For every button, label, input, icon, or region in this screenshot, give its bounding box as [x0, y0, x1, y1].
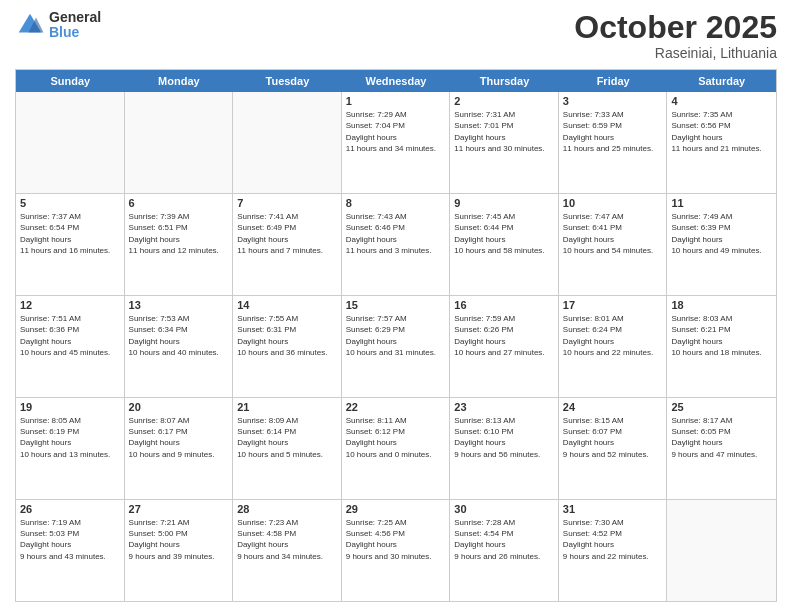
day-number: 2 [454, 95, 554, 107]
cell-info: Sunrise: 7:28 AMSunset: 4:54 PMDaylight … [454, 517, 554, 562]
cell-info: Sunrise: 7:39 AMSunset: 6:51 PMDaylight … [129, 211, 229, 256]
calendar-cell: 26Sunrise: 7:19 AMSunset: 5:03 PMDayligh… [16, 500, 125, 601]
day-number: 18 [671, 299, 772, 311]
calendar-cell: 20Sunrise: 8:07 AMSunset: 6:17 PMDayligh… [125, 398, 234, 499]
calendar-cell: 9Sunrise: 7:45 AMSunset: 6:44 PMDaylight… [450, 194, 559, 295]
calendar: SundayMondayTuesdayWednesdayThursdayFrid… [15, 69, 777, 602]
calendar-cell: 28Sunrise: 7:23 AMSunset: 4:58 PMDayligh… [233, 500, 342, 601]
day-number: 8 [346, 197, 446, 209]
cell-info: Sunrise: 8:15 AMSunset: 6:07 PMDaylight … [563, 415, 663, 460]
day-number: 28 [237, 503, 337, 515]
calendar-cell: 17Sunrise: 8:01 AMSunset: 6:24 PMDayligh… [559, 296, 668, 397]
cell-info: Sunrise: 7:51 AMSunset: 6:36 PMDaylight … [20, 313, 120, 358]
day-number: 25 [671, 401, 772, 413]
cell-info: Sunrise: 8:01 AMSunset: 6:24 PMDaylight … [563, 313, 663, 358]
calendar-row-4: 26Sunrise: 7:19 AMSunset: 5:03 PMDayligh… [16, 500, 776, 601]
calendar-cell: 30Sunrise: 7:28 AMSunset: 4:54 PMDayligh… [450, 500, 559, 601]
cell-info: Sunrise: 7:49 AMSunset: 6:39 PMDaylight … [671, 211, 772, 256]
calendar-cell: 21Sunrise: 8:09 AMSunset: 6:14 PMDayligh… [233, 398, 342, 499]
calendar-cell: 29Sunrise: 7:25 AMSunset: 4:56 PMDayligh… [342, 500, 451, 601]
day-number: 17 [563, 299, 663, 311]
cell-info: Sunrise: 8:09 AMSunset: 6:14 PMDaylight … [237, 415, 337, 460]
day-number: 21 [237, 401, 337, 413]
cell-info: Sunrise: 7:21 AMSunset: 5:00 PMDaylight … [129, 517, 229, 562]
logo: General Blue [15, 10, 101, 41]
day-number: 13 [129, 299, 229, 311]
day-number: 6 [129, 197, 229, 209]
calendar-cell: 13Sunrise: 7:53 AMSunset: 6:34 PMDayligh… [125, 296, 234, 397]
calendar-row-3: 19Sunrise: 8:05 AMSunset: 6:19 PMDayligh… [16, 398, 776, 500]
calendar-cell: 23Sunrise: 8:13 AMSunset: 6:10 PMDayligh… [450, 398, 559, 499]
calendar-cell: 15Sunrise: 7:57 AMSunset: 6:29 PMDayligh… [342, 296, 451, 397]
calendar-cell [125, 92, 234, 193]
day-number: 9 [454, 197, 554, 209]
calendar-cell: 18Sunrise: 8:03 AMSunset: 6:21 PMDayligh… [667, 296, 776, 397]
header: General Blue October 2025 Raseiniai, Lit… [15, 10, 777, 61]
cell-info: Sunrise: 8:03 AMSunset: 6:21 PMDaylight … [671, 313, 772, 358]
calendar-header: SundayMondayTuesdayWednesdayThursdayFrid… [16, 70, 776, 92]
calendar-cell: 27Sunrise: 7:21 AMSunset: 5:00 PMDayligh… [125, 500, 234, 601]
calendar-cell: 8Sunrise: 7:43 AMSunset: 6:46 PMDaylight… [342, 194, 451, 295]
day-header-saturday: Saturday [667, 70, 776, 92]
day-number: 30 [454, 503, 554, 515]
calendar-cell: 3Sunrise: 7:33 AMSunset: 6:59 PMDaylight… [559, 92, 668, 193]
day-number: 14 [237, 299, 337, 311]
cell-info: Sunrise: 7:19 AMSunset: 5:03 PMDaylight … [20, 517, 120, 562]
cell-info: Sunrise: 7:45 AMSunset: 6:44 PMDaylight … [454, 211, 554, 256]
month-title: October 2025 [574, 10, 777, 45]
cell-info: Sunrise: 7:41 AMSunset: 6:49 PMDaylight … [237, 211, 337, 256]
calendar-cell: 6Sunrise: 7:39 AMSunset: 6:51 PMDaylight… [125, 194, 234, 295]
calendar-cell: 12Sunrise: 7:51 AMSunset: 6:36 PMDayligh… [16, 296, 125, 397]
day-header-monday: Monday [125, 70, 234, 92]
day-header-friday: Friday [559, 70, 668, 92]
day-number: 23 [454, 401, 554, 413]
cell-info: Sunrise: 7:37 AMSunset: 6:54 PMDaylight … [20, 211, 120, 256]
day-header-tuesday: Tuesday [233, 70, 342, 92]
calendar-body: 1Sunrise: 7:29 AMSunset: 7:04 PMDaylight… [16, 92, 776, 601]
day-number: 20 [129, 401, 229, 413]
day-number: 16 [454, 299, 554, 311]
day-number: 1 [346, 95, 446, 107]
title-section: October 2025 Raseiniai, Lithuania [574, 10, 777, 61]
calendar-cell: 1Sunrise: 7:29 AMSunset: 7:04 PMDaylight… [342, 92, 451, 193]
calendar-cell: 31Sunrise: 7:30 AMSunset: 4:52 PMDayligh… [559, 500, 668, 601]
cell-info: Sunrise: 7:25 AMSunset: 4:56 PMDaylight … [346, 517, 446, 562]
calendar-cell: 5Sunrise: 7:37 AMSunset: 6:54 PMDaylight… [16, 194, 125, 295]
logo-icon [15, 10, 45, 40]
day-number: 24 [563, 401, 663, 413]
day-number: 15 [346, 299, 446, 311]
cell-info: Sunrise: 7:30 AMSunset: 4:52 PMDaylight … [563, 517, 663, 562]
calendar-cell: 2Sunrise: 7:31 AMSunset: 7:01 PMDaylight… [450, 92, 559, 193]
calendar-cell: 10Sunrise: 7:47 AMSunset: 6:41 PMDayligh… [559, 194, 668, 295]
cell-info: Sunrise: 8:17 AMSunset: 6:05 PMDaylight … [671, 415, 772, 460]
calendar-cell: 7Sunrise: 7:41 AMSunset: 6:49 PMDaylight… [233, 194, 342, 295]
day-number: 27 [129, 503, 229, 515]
cell-info: Sunrise: 8:05 AMSunset: 6:19 PMDaylight … [20, 415, 120, 460]
cell-info: Sunrise: 7:35 AMSunset: 6:56 PMDaylight … [671, 109, 772, 154]
calendar-cell: 22Sunrise: 8:11 AMSunset: 6:12 PMDayligh… [342, 398, 451, 499]
cell-info: Sunrise: 7:57 AMSunset: 6:29 PMDaylight … [346, 313, 446, 358]
cell-info: Sunrise: 7:33 AMSunset: 6:59 PMDaylight … [563, 109, 663, 154]
day-number: 5 [20, 197, 120, 209]
calendar-cell: 4Sunrise: 7:35 AMSunset: 6:56 PMDaylight… [667, 92, 776, 193]
cell-info: Sunrise: 8:11 AMSunset: 6:12 PMDaylight … [346, 415, 446, 460]
calendar-cell: 25Sunrise: 8:17 AMSunset: 6:05 PMDayligh… [667, 398, 776, 499]
calendar-cell: 16Sunrise: 7:59 AMSunset: 6:26 PMDayligh… [450, 296, 559, 397]
cell-info: Sunrise: 8:13 AMSunset: 6:10 PMDaylight … [454, 415, 554, 460]
cell-info: Sunrise: 7:47 AMSunset: 6:41 PMDaylight … [563, 211, 663, 256]
cell-info: Sunrise: 8:07 AMSunset: 6:17 PMDaylight … [129, 415, 229, 460]
logo-text: General Blue [49, 10, 101, 41]
day-number: 31 [563, 503, 663, 515]
cell-info: Sunrise: 7:23 AMSunset: 4:58 PMDaylight … [237, 517, 337, 562]
day-number: 10 [563, 197, 663, 209]
day-number: 4 [671, 95, 772, 107]
day-number: 29 [346, 503, 446, 515]
cell-info: Sunrise: 7:55 AMSunset: 6:31 PMDaylight … [237, 313, 337, 358]
calendar-cell [667, 500, 776, 601]
cell-info: Sunrise: 7:29 AMSunset: 7:04 PMDaylight … [346, 109, 446, 154]
day-number: 22 [346, 401, 446, 413]
calendar-cell: 11Sunrise: 7:49 AMSunset: 6:39 PMDayligh… [667, 194, 776, 295]
calendar-container: General Blue October 2025 Raseiniai, Lit… [0, 0, 792, 612]
calendar-cell: 14Sunrise: 7:55 AMSunset: 6:31 PMDayligh… [233, 296, 342, 397]
calendar-cell: 19Sunrise: 8:05 AMSunset: 6:19 PMDayligh… [16, 398, 125, 499]
